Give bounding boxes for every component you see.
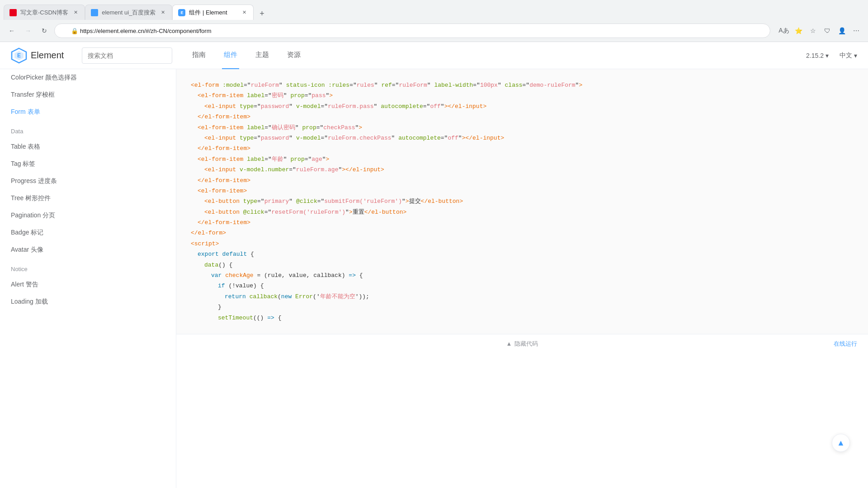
code-line-7: </el-form-item> bbox=[191, 143, 854, 154]
profile-icon[interactable]: 👤 bbox=[835, 24, 848, 37]
hide-code-label: 隐藏代码 bbox=[514, 340, 538, 348]
content-area: <el-form :model="ruleForm" status-icon :… bbox=[176, 69, 868, 488]
hide-code-toggle[interactable]: ▲ 隐藏代码 bbox=[506, 340, 538, 348]
code-footer: ▲ 隐藏代码 在线运行 bbox=[176, 334, 868, 353]
address-icons: Aあ ⭐ ☆ 🛡 👤 ⋯ bbox=[778, 24, 863, 37]
sidebar-item-form[interactable]: Form 表单 bbox=[0, 103, 176, 121]
browser-chrome: 写文章-CSDN博客 ✕ element ui_百度搜索 ✕ E 组件 | El… bbox=[0, 0, 868, 42]
page-container: E Element 指南 组件 主题 资源 2.15.2 ▾ 中文 ▾ Colo… bbox=[0, 42, 868, 488]
bookmark-icon[interactable]: ☆ bbox=[807, 24, 819, 37]
sidebar-item-pagination[interactable]: Pagination 分页 bbox=[0, 207, 176, 224]
scroll-top-icon: ▲ bbox=[837, 438, 845, 448]
tab-close-csdn[interactable]: ✕ bbox=[72, 9, 79, 16]
code-line-11: <el-form-item> bbox=[191, 186, 854, 196]
tab-csdn[interactable]: 写文章-CSDN博客 ✕ bbox=[4, 5, 85, 20]
code-line-9: <el-input v-model.number="ruleForm.age">… bbox=[191, 164, 854, 175]
main-layout: ColorPicker 颜色选择器 Transfer 穿梭框 Form 表单 D… bbox=[0, 69, 868, 488]
sidebar-item-tag[interactable]: Tag 标签 bbox=[0, 155, 176, 173]
nav-menu: 指南 组件 主题 资源 bbox=[190, 42, 302, 69]
refresh-button[interactable]: ↻ bbox=[38, 24, 51, 37]
forward-button[interactable]: → bbox=[22, 24, 34, 37]
code-line-5: <el-form-item label="确认密码" prop="checkPa… bbox=[191, 122, 854, 133]
run-online-button[interactable]: 在线运行 bbox=[834, 340, 857, 348]
scroll-to-top-button[interactable]: ▲ bbox=[832, 434, 850, 452]
tab-title-csdn: 写文章-CSDN博客 bbox=[20, 9, 68, 17]
new-tab-button[interactable]: + bbox=[255, 7, 268, 20]
star-add-icon[interactable]: ⭐ bbox=[792, 24, 805, 37]
shield-icon[interactable]: 🛡 bbox=[821, 24, 834, 37]
tab-title-baidu: element ui_百度搜索 bbox=[102, 9, 156, 17]
code-line-17: export default { bbox=[191, 249, 854, 259]
code-line-2: <el-form-item label="密码" prop="pass"> bbox=[191, 90, 854, 101]
code-line-22: } bbox=[191, 302, 854, 312]
code-line-23: setTimeout(() => { bbox=[191, 313, 854, 323]
element-logo-text: Element bbox=[31, 50, 64, 61]
sidebar-item-loading[interactable]: Loading 加载 bbox=[0, 293, 176, 310]
sidebar-item-table[interactable]: Table 表格 bbox=[0, 138, 176, 155]
sidebar-item-badge[interactable]: Badge 标记 bbox=[0, 224, 176, 241]
address-bar: ← → ↻ 🔒 https://element.eleme.cn/#/zh-CN… bbox=[0, 20, 868, 42]
tab-close-element[interactable]: ✕ bbox=[241, 9, 248, 16]
more-icon[interactable]: ⋯ bbox=[850, 24, 863, 37]
nav-resource[interactable]: 资源 bbox=[285, 42, 302, 69]
code-line-19: var checkAge = (rule, value, callback) =… bbox=[191, 270, 854, 281]
sidebar-item-tree[interactable]: Tree 树形控件 bbox=[0, 190, 176, 207]
nav-guide[interactable]: 指南 bbox=[190, 42, 208, 69]
code-line-13: <el-button @click="resetForm('ruleForm')… bbox=[191, 207, 854, 217]
tab-element-baidu[interactable]: element ui_百度搜索 ✕ bbox=[85, 5, 172, 20]
sidebar-item-alert[interactable]: Alert 警告 bbox=[0, 276, 176, 293]
tab-bar: 写文章-CSDN博客 ✕ element ui_百度搜索 ✕ E 组件 | El… bbox=[0, 0, 868, 20]
element-header: E Element 指南 组件 主题 资源 2.15.2 ▾ 中文 ▾ bbox=[0, 42, 868, 69]
hide-code-icon: ▲ bbox=[506, 340, 512, 347]
tab-favicon-element: E bbox=[178, 9, 185, 16]
code-line-21: return callback(new Error('年龄不能为空')); bbox=[191, 291, 854, 302]
code-line-14: </el-form-item> bbox=[191, 217, 854, 228]
back-button[interactable]: ← bbox=[5, 24, 18, 37]
search-input[interactable] bbox=[82, 47, 172, 64]
language-selector[interactable]: 中文 ▾ bbox=[840, 52, 857, 60]
tab-title-element: 组件 | Element bbox=[189, 9, 237, 17]
code-line-6: <el-input type="password" v-model="ruleF… bbox=[191, 133, 854, 143]
svg-text:E: E bbox=[17, 52, 21, 59]
code-line-8: <el-form-item label="年龄" prop="age"> bbox=[191, 154, 854, 164]
sidebar-item-colorpicker[interactable]: ColorPicker 颜色选择器 bbox=[0, 69, 176, 86]
version-selector[interactable]: 2.15.2 ▾ bbox=[806, 52, 829, 59]
sidebar-item-avatar[interactable]: Avatar 头像 bbox=[0, 241, 176, 258]
code-line-12: <el-button type="primary" @click="submit… bbox=[191, 196, 854, 206]
element-logo: E Element bbox=[11, 47, 64, 64]
code-line-16: <script> bbox=[191, 239, 854, 249]
element-logo-icon: E bbox=[11, 47, 27, 64]
tab-favicon-baidu bbox=[91, 9, 98, 16]
address-input[interactable]: 🔒 https://element.eleme.cn/#/zh-CN/compo… bbox=[54, 23, 770, 38]
sidebar-section-data: Data bbox=[0, 121, 176, 138]
code-line-10: </el-form-item> bbox=[191, 175, 854, 186]
tab-favicon-csdn bbox=[9, 9, 17, 16]
translate-icon[interactable]: Aあ bbox=[778, 24, 790, 37]
sidebar-item-transfer[interactable]: Transfer 穿梭框 bbox=[0, 86, 176, 103]
header-right: 2.15.2 ▾ 中文 ▾ bbox=[806, 52, 857, 60]
code-line-20: if (!value) { bbox=[191, 281, 854, 291]
nav-component[interactable]: 组件 bbox=[222, 42, 239, 69]
tab-close-baidu[interactable]: ✕ bbox=[159, 9, 166, 16]
sidebar-section-notice: Notice bbox=[0, 258, 176, 276]
sidebar-item-progress[interactable]: Progress 进度条 bbox=[0, 173, 176, 190]
code-line-3: <el-input type="password" v-model="ruleF… bbox=[191, 101, 854, 112]
code-line-15: </el-form> bbox=[191, 228, 854, 238]
url-text: https://element.eleme.cn/#/zh-CN/compone… bbox=[80, 28, 211, 34]
code-line-18: data() { bbox=[191, 260, 854, 270]
code-line-1: <el-form :model="ruleForm" status-icon :… bbox=[191, 80, 854, 90]
sidebar: ColorPicker 颜色选择器 Transfer 穿梭框 Form 表单 D… bbox=[0, 69, 176, 488]
code-line-4: </el-form-item> bbox=[191, 112, 854, 122]
nav-theme[interactable]: 主题 bbox=[254, 42, 271, 69]
code-block: <el-form :model="ruleForm" status-icon :… bbox=[176, 69, 868, 334]
tab-element-doc[interactable]: E 组件 | Element ✕ bbox=[172, 5, 254, 20]
